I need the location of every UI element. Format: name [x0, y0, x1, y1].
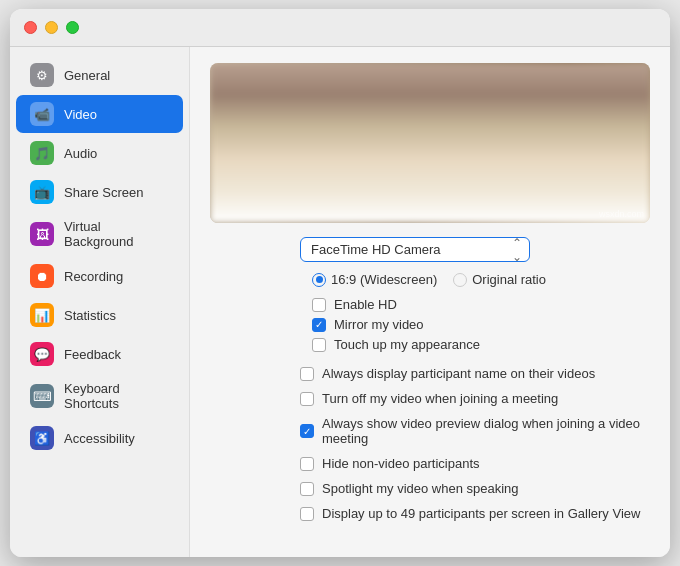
meeting-checkbox-turn-off-video[interactable]: [300, 392, 314, 406]
feedback-icon: 💬: [30, 342, 54, 366]
check-row-mirror-video[interactable]: ✓Mirror my video: [312, 317, 650, 332]
meeting-checkbox-label-gallery-view: Display up to 49 participants per screen…: [322, 506, 640, 521]
meeting-check-row-hide-non-video[interactable]: Hide non-video participants: [300, 456, 650, 471]
checkbox-mirror-video[interactable]: ✓: [312, 318, 326, 332]
camera-select-wrap: FaceTime HD Camera ⌃⌄: [300, 237, 530, 262]
main-content: ⚙General📹Video🎵Audio📺Share Screen🖼Virtua…: [10, 47, 670, 557]
camera-select[interactable]: FaceTime HD Camera: [300, 237, 530, 262]
checkbox-touch-up[interactable]: [312, 338, 326, 352]
accessibility-icon: ♿: [30, 426, 54, 450]
sidebar-item-label-video: Video: [64, 107, 97, 122]
sidebar-item-label-audio: Audio: [64, 146, 97, 161]
keyboard-shortcuts-icon: ⌨: [30, 384, 54, 408]
video-preview: wsxdn.com: [210, 63, 650, 223]
general-icon: ⚙: [30, 63, 54, 87]
meeting-checkbox-label-hide-non-video: Hide non-video participants: [322, 456, 480, 471]
settings-window: ⚙General📹Video🎵Audio📺Share Screen🖼Virtua…: [10, 9, 670, 557]
sidebar-item-label-recording: Recording: [64, 269, 123, 284]
sidebar-item-recording[interactable]: ⏺Recording: [16, 257, 183, 295]
traffic-lights: [24, 21, 79, 34]
sidebar-item-audio[interactable]: 🎵Audio: [16, 134, 183, 172]
sidebar-item-label-virtual-background: Virtual Background: [64, 219, 169, 249]
radio-label-original: Original ratio: [472, 272, 546, 287]
check-row-enable-hd[interactable]: Enable HD: [312, 297, 650, 312]
camera-row: FaceTime HD Camera ⌃⌄: [210, 237, 650, 262]
sidebar-item-share-screen[interactable]: 📺Share Screen: [16, 173, 183, 211]
sidebar-item-feedback[interactable]: 💬Feedback: [16, 335, 183, 373]
sidebar-item-label-feedback: Feedback: [64, 347, 121, 362]
meeting-checkbox-display-name[interactable]: [300, 367, 314, 381]
meeting-checkbox-label-turn-off-video: Turn off my video when joining a meeting: [322, 391, 558, 406]
video-icon: 📹: [30, 102, 54, 126]
sidebar-item-virtual-background[interactable]: 🖼Virtual Background: [16, 212, 183, 256]
watermark: wsxdn.com: [599, 209, 644, 219]
meeting-check-row-spotlight[interactable]: Spotlight my video when speaking: [300, 481, 650, 496]
sidebar: ⚙General📹Video🎵Audio📺Share Screen🖼Virtua…: [10, 47, 190, 557]
titlebar: [10, 9, 670, 47]
sidebar-item-label-statistics: Statistics: [64, 308, 116, 323]
sidebar-item-label-general: General: [64, 68, 110, 83]
meeting-check-row-turn-off-video[interactable]: Turn off my video when joining a meeting: [300, 391, 650, 406]
ratio-option-widescreen[interactable]: 16:9 (Widescreen): [312, 272, 437, 287]
share-screen-icon: 📺: [30, 180, 54, 204]
ratio-option-original[interactable]: Original ratio: [453, 272, 546, 287]
check-row-touch-up[interactable]: Touch up my appearance: [312, 337, 650, 352]
sidebar-item-label-keyboard-shortcuts: Keyboard Shortcuts: [64, 381, 169, 411]
meeting-checkbox-hide-non-video[interactable]: [300, 457, 314, 471]
my-video-section: Enable HD✓Mirror my videoTouch up my app…: [210, 297, 650, 352]
checkbox-label-enable-hd: Enable HD: [334, 297, 397, 312]
meetings-label: [210, 366, 300, 368]
sidebar-item-video[interactable]: 📹Video: [16, 95, 183, 133]
radio-btn-original: [453, 273, 467, 287]
meeting-check-row-display-name[interactable]: Always display participant name on their…: [300, 366, 650, 381]
statistics-icon: 📊: [30, 303, 54, 327]
meeting-checkbox-label-spotlight: Spotlight my video when speaking: [322, 481, 519, 496]
meeting-check-row-show-preview[interactable]: ✓Always show video preview dialog when j…: [300, 416, 650, 446]
ratio-row: 16:9 (Widescreen)Original ratio: [312, 272, 650, 287]
checkbox-enable-hd[interactable]: [312, 298, 326, 312]
sidebar-item-keyboard-shortcuts[interactable]: ⌨Keyboard Shortcuts: [16, 374, 183, 418]
audio-icon: 🎵: [30, 141, 54, 165]
meeting-checkbox-label-show-preview: Always show video preview dialog when jo…: [322, 416, 650, 446]
meeting-checkbox-gallery-view[interactable]: [300, 507, 314, 521]
meeting-checkbox-show-preview[interactable]: ✓: [300, 424, 314, 438]
main-panel: wsxdn.com FaceTime HD Camera ⌃⌄ 16:9 (Wi…: [190, 47, 670, 557]
meetings-checks: Always display participant name on their…: [300, 366, 650, 526]
close-button[interactable]: [24, 21, 37, 34]
virtual-background-icon: 🖼: [30, 222, 54, 246]
minimize-button[interactable]: [45, 21, 58, 34]
meetings-row-container: Always display participant name on their…: [210, 366, 650, 526]
recording-icon: ⏺: [30, 264, 54, 288]
maximize-button[interactable]: [66, 21, 79, 34]
meeting-checkbox-spotlight[interactable]: [300, 482, 314, 496]
checkbox-label-touch-up: Touch up my appearance: [334, 337, 480, 352]
checkbox-label-mirror-video: Mirror my video: [334, 317, 424, 332]
radio-btn-widescreen: [312, 273, 326, 287]
sidebar-item-accessibility[interactable]: ♿Accessibility: [16, 419, 183, 457]
sidebar-item-label-accessibility: Accessibility: [64, 431, 135, 446]
sidebar-item-statistics[interactable]: 📊Statistics: [16, 296, 183, 334]
radio-label-widescreen: 16:9 (Widescreen): [331, 272, 437, 287]
meeting-check-row-gallery-view[interactable]: Display up to 49 participants per screen…: [300, 506, 650, 521]
meeting-checkbox-label-display-name: Always display participant name on their…: [322, 366, 595, 381]
sidebar-item-label-share-screen: Share Screen: [64, 185, 144, 200]
sidebar-item-general[interactable]: ⚙General: [16, 56, 183, 94]
